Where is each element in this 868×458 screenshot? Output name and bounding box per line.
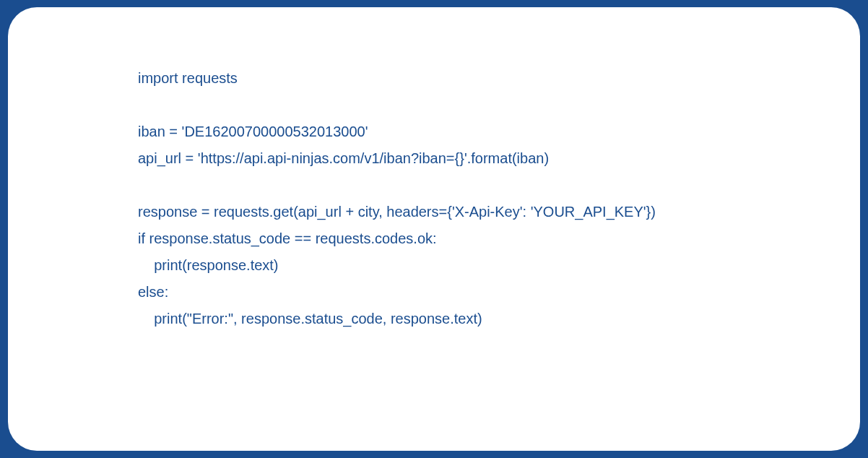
code-block: import requests iban = 'DE16200700000532… xyxy=(138,65,730,332)
code-container: import requests iban = 'DE16200700000532… xyxy=(8,7,860,451)
